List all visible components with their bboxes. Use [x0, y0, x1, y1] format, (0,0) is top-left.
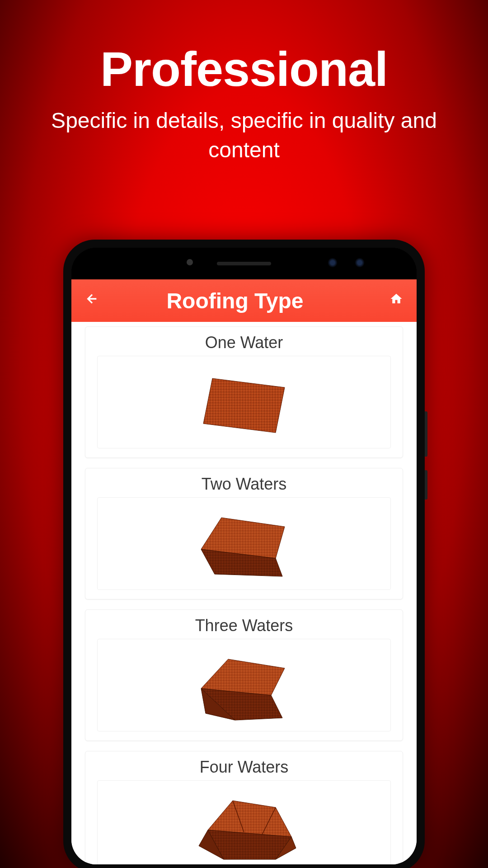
phone-screen: Roofing Type One Water — [71, 279, 417, 864]
roof-three-waters-icon — [181, 646, 307, 725]
phone-side-button — [425, 470, 427, 500]
camera-icon — [328, 258, 338, 268]
home-icon — [389, 292, 403, 306]
roof-type-card-two-waters[interactable]: Two Waters — [85, 468, 403, 599]
roof-type-label: Two Waters — [85, 468, 403, 497]
roof-type-card-one-water[interactable]: One Water — [85, 326, 403, 458]
page-title: Roofing Type — [85, 288, 385, 313]
app-header: Roofing Type — [71, 279, 417, 322]
hero-subtitle: Specific in details, specific in quality… — [0, 106, 488, 165]
roof-type-label: One Water — [85, 327, 403, 356]
hero-title: Professional — [0, 41, 488, 97]
roof-two-waters-icon — [181, 504, 307, 583]
roof-image-container — [97, 356, 391, 448]
home-button[interactable] — [385, 292, 403, 309]
roof-image-container — [97, 639, 391, 731]
phone-side-button — [425, 411, 427, 457]
camera-icon — [355, 258, 365, 268]
sensor-icon — [187, 259, 193, 265]
roof-type-card-three-waters[interactable]: Three Waters — [85, 609, 403, 741]
roof-four-waters-icon — [181, 787, 307, 864]
svg-marker-3 — [203, 378, 285, 433]
phone-inner: Roofing Type One Water — [71, 248, 417, 864]
phone-mockup: Roofing Type One Water — [63, 240, 425, 868]
roof-image-container — [97, 780, 391, 864]
content-area: One Water — [71, 322, 417, 864]
speaker-icon — [217, 262, 271, 265]
phone-notch-area — [71, 248, 417, 279]
roof-type-card-four-waters[interactable]: Four Waters — [85, 751, 403, 864]
roof-image-container — [97, 497, 391, 590]
roof-type-label: Three Waters — [85, 610, 403, 639]
roof-type-label: Four Waters — [85, 751, 403, 780]
roof-one-water-icon — [181, 363, 307, 442]
